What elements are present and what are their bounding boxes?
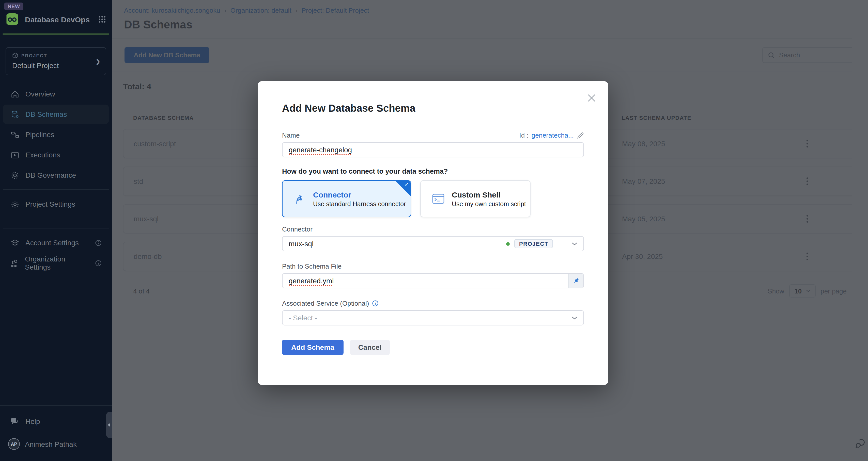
app-grid-icon[interactable] [99, 16, 106, 23]
db-schemas-icon [10, 110, 19, 119]
gear-icon [10, 171, 19, 179]
option-subtitle: Use my own custom script [452, 200, 526, 207]
avatar: AP [8, 438, 20, 450]
new-badge: NEW [4, 3, 23, 10]
chevron-right-icon: ❯ [95, 57, 101, 65]
pin-toggle[interactable] [568, 274, 583, 288]
chevron-down-icon [572, 316, 577, 320]
sidebar-item-db-schemas[interactable]: DB Schemas [3, 105, 109, 124]
sidebar-item-overview[interactable]: Overview [3, 84, 109, 104]
id-value-link[interactable]: generatecha... [532, 131, 574, 139]
check-icon: ✓ [405, 181, 409, 188]
name-input-value: generate-changelog [289, 146, 352, 154]
connector-value: mux-sql [289, 240, 314, 248]
pipelines-icon [10, 130, 19, 139]
terminal-icon [432, 193, 445, 205]
sidebar-nav: Overview DB Schemas Pipelines [0, 84, 112, 273]
option-card-connector[interactable]: ✓ Connector Use standard Harness connect… [282, 180, 411, 217]
sidebar: NEW Database DevOps [0, 0, 112, 461]
option-title: Custom Shell [452, 190, 526, 199]
info-icon[interactable] [95, 239, 102, 246]
sidebar-item-label: DB Schemas [25, 110, 67, 118]
sidebar-item-project-settings[interactable]: Project Settings [3, 194, 109, 214]
database-devops-logo-icon [5, 12, 20, 26]
app-window: NEW Database DevOps [0, 0, 868, 461]
home-icon [10, 90, 19, 98]
info-icon[interactable] [95, 260, 102, 266]
gear-icon [10, 200, 19, 208]
app-title: Database DevOps [25, 15, 90, 24]
collapse-arrow-icon [108, 423, 110, 427]
sidebar-item-pipelines[interactable]: Pipelines [3, 125, 109, 144]
sidebar-divider [3, 228, 109, 228]
connector-select[interactable]: mux-sql PROJECT [282, 236, 584, 251]
scope-badge: PROJECT [515, 239, 553, 248]
svg-text:?: ? [13, 418, 15, 422]
add-schema-button[interactable]: Add Schema [282, 340, 344, 355]
sidebar-collapse-handle[interactable] [106, 412, 112, 438]
associated-service-value: - Select - [289, 314, 317, 322]
user-menu[interactable]: AP Animesh Pathak [0, 429, 112, 461]
sidebar-item-label: DB Governance [25, 171, 76, 179]
sidebar-item-label: Account Settings [25, 239, 79, 247]
help-button[interactable]: ? Help [0, 406, 112, 429]
connect-question: How do you want to connect to your data … [282, 168, 584, 175]
id-label: Id : [519, 131, 529, 139]
layers-gear-icon [10, 238, 19, 247]
modal-title: Add New Database Schema [282, 103, 584, 114]
sidebar-item-organization-settings[interactable]: Organization Settings [3, 253, 109, 273]
sidebar-item-label: Organization Settings [25, 255, 89, 271]
sidebar-item-db-governance[interactable]: DB Governance [3, 166, 109, 185]
project-name: Default Project [12, 61, 100, 70]
sidebar-item-label: Project Settings [25, 200, 75, 208]
option-subtitle: Use standard Harness connector [313, 200, 406, 207]
name-input[interactable]: generate-changelog [282, 142, 584, 157]
help-chat-icon: ? [10, 417, 19, 426]
option-card-custom-shell[interactable]: Custom Shell Use my own custom script [420, 180, 531, 217]
executions-icon [10, 151, 19, 159]
help-label: Help [25, 417, 40, 425]
sidebar-item-account-settings[interactable]: Account Settings [3, 233, 109, 252]
path-input-value: generated.yml [289, 277, 334, 285]
sidebar-item-executions[interactable]: Executions [3, 145, 109, 164]
name-label: Name [282, 131, 300, 139]
associated-service-select[interactable]: - Select - [282, 310, 584, 325]
sidebar-divider [3, 189, 109, 190]
brand-divider [3, 34, 109, 35]
sidebar-footer: ? Help AP Animesh Pathak [0, 405, 112, 461]
cube-icon [12, 52, 18, 59]
close-icon[interactable] [585, 91, 598, 105]
path-label: Path to Schema File [282, 262, 584, 270]
chevron-down-icon[interactable] [572, 242, 577, 245]
connector-label: Connector [282, 225, 584, 233]
thumbtack-icon [572, 277, 580, 285]
cancel-button[interactable]: Cancel [350, 340, 390, 355]
add-database-schema-modal: Add New Database Schema Name Id : genera… [258, 81, 608, 385]
org-chart-gear-icon [10, 259, 19, 267]
path-input[interactable]: generated.yml [282, 273, 584, 288]
info-icon[interactable] [372, 300, 379, 307]
project-selector[interactable]: PROJECT Default Project ❯ [6, 47, 106, 75]
option-title: Connector [313, 190, 406, 199]
connector-arrows-icon [294, 192, 306, 205]
project-scope-label: PROJECT [21, 53, 47, 58]
associated-service-label: Associated Service (Optional) [282, 300, 369, 307]
status-dot-icon [506, 242, 510, 245]
user-name: Animesh Pathak [25, 440, 77, 448]
edit-pencil-icon[interactable] [577, 132, 584, 139]
sidebar-item-label: Executions [25, 151, 60, 159]
sidebar-item-label: Pipelines [25, 130, 54, 139]
sidebar-item-label: Overview [25, 90, 55, 98]
